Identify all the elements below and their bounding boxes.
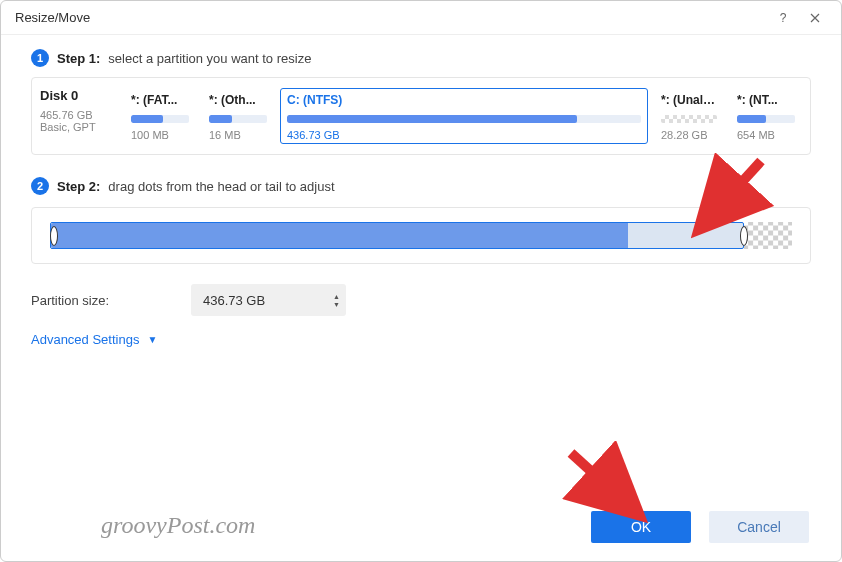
partition-size: 654 MB — [737, 129, 795, 141]
step2-label: Step 2: — [57, 179, 100, 194]
ok-button[interactable]: OK — [591, 511, 691, 543]
advanced-settings-toggle[interactable]: Advanced Settings ▼ — [31, 332, 811, 347]
partition-size: 28.28 GB — [661, 129, 717, 141]
partition-bar — [209, 115, 267, 123]
step2-desc: drag dots from the head or tail to adjus… — [108, 179, 334, 194]
slider-range — [50, 222, 744, 249]
step1-badge: 1 — [31, 49, 49, 67]
chevron-down-icon: ▼ — [147, 334, 157, 345]
help-icon[interactable]: ? — [767, 1, 799, 34]
window-title: Resize/Move — [15, 10, 767, 25]
disk-type: Basic, GPT — [40, 121, 114, 133]
resize-move-dialog: Resize/Move ? 1 Step 1: select a partiti… — [0, 0, 842, 562]
slider-used-fill — [51, 223, 628, 248]
partition-name: *: (Oth... — [209, 93, 267, 107]
step1-desc: select a partition you want to resize — [108, 51, 311, 66]
resize-slider-container — [31, 207, 811, 264]
partition-item[interactable]: *: (Unallo... 28.28 GB — [654, 88, 724, 144]
step2-badge: 2 — [31, 177, 49, 195]
slider-unallocated-region — [744, 222, 792, 249]
step2-header: 2 Step 2: drag dots from the head or tai… — [31, 177, 811, 195]
partition-item[interactable]: *: (NT... 654 MB — [730, 88, 802, 144]
partition-item[interactable]: *: (FAT... 100 MB — [124, 88, 196, 144]
titlebar: Resize/Move ? — [1, 1, 841, 35]
watermark-text: groovyPost.com — [101, 512, 255, 539]
svg-line-3 — [571, 453, 626, 503]
partition-size: 100 MB — [131, 129, 189, 141]
disk-size: 465.76 GB — [40, 109, 114, 121]
partition-bar — [131, 115, 189, 123]
dialog-footer: OK Cancel — [591, 511, 809, 543]
partition-bar — [737, 115, 795, 123]
partition-size: 16 MB — [209, 129, 267, 141]
partition-item-selected[interactable]: C: (NTFS) 436.73 GB — [280, 88, 648, 144]
advanced-settings-label: Advanced Settings — [31, 332, 139, 347]
partition-name: C: (NTFS) — [287, 93, 641, 107]
step1-label: Step 1: — [57, 51, 100, 66]
partition-size: 436.73 GB — [287, 129, 641, 141]
partition-size-label: Partition size: — [31, 293, 131, 308]
resize-slider[interactable] — [50, 222, 792, 249]
disk-info: Disk 0 465.76 GB Basic, GPT — [40, 88, 118, 144]
partition-size-row: Partition size: 436.73 GB ▲▼ — [31, 284, 811, 316]
partition-selector: Disk 0 465.76 GB Basic, GPT *: (FAT... 1… — [31, 77, 811, 155]
partition-name: *: (Unallo... — [661, 93, 717, 107]
partition-name: *: (NT... — [737, 93, 795, 107]
slider-handle-left[interactable] — [50, 226, 58, 246]
partition-size-value: 436.73 GB — [203, 293, 265, 308]
disk-name: Disk 0 — [40, 88, 114, 103]
partition-name: *: (FAT... — [131, 93, 189, 107]
slider-handle-right[interactable] — [740, 226, 748, 246]
partition-item[interactable]: *: (Oth... 16 MB — [202, 88, 274, 144]
cancel-button[interactable]: Cancel — [709, 511, 809, 543]
partition-bar — [287, 115, 641, 123]
close-icon[interactable] — [799, 1, 831, 34]
stepper-icon[interactable]: ▲▼ — [333, 293, 340, 308]
step1-header: 1 Step 1: select a partition you want to… — [31, 49, 811, 67]
partition-size-input[interactable]: 436.73 GB ▲▼ — [191, 284, 346, 316]
partition-bar-unallocated — [661, 115, 717, 123]
